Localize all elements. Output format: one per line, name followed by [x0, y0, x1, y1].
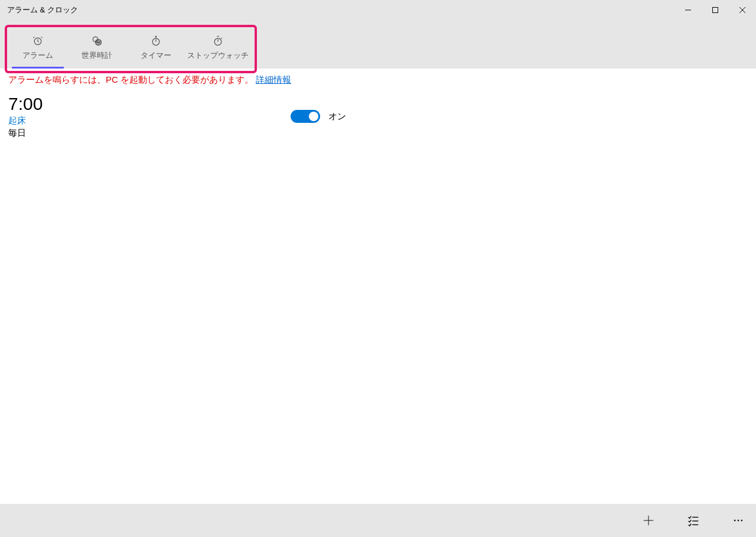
notice-text: アラームを鳴らすには、PC を起動しておく必要があります。	[8, 74, 253, 84]
checklist-icon	[687, 514, 700, 527]
bottom-bar	[0, 504, 756, 537]
more-options-button[interactable]	[726, 509, 750, 532]
alarm-toggle-group: オン	[291, 110, 346, 123]
svg-rect-1	[713, 8, 718, 13]
close-button[interactable]	[729, 0, 756, 20]
tab-bar: アラーム 世界時計 タイマー ストップウォッチ	[0, 20, 756, 69]
alarm-name: 起床	[8, 115, 43, 126]
add-alarm-button[interactable]	[637, 509, 660, 532]
alarm-repeat: 毎日	[8, 128, 43, 139]
close-icon	[739, 6, 746, 14]
world-clock-icon	[91, 35, 103, 47]
app-title: アラーム & クロック	[7, 5, 78, 15]
stopwatch-icon	[212, 35, 224, 47]
svg-point-16	[741, 520, 742, 521]
notice-banner: アラームを鳴らすには、PC を起動しておく必要があります。 詳細情報	[0, 69, 756, 88]
alarm-toggle[interactable]	[291, 110, 320, 123]
tab-stopwatch-label: ストップウォッチ	[187, 50, 249, 61]
svg-point-14	[734, 520, 735, 521]
titlebar: アラーム & クロック	[0, 0, 756, 20]
maximize-icon	[712, 6, 719, 14]
toggle-knob	[309, 112, 318, 121]
alarm-time: 7:00	[8, 94, 43, 114]
alarm-info: 7:00 起床 毎日	[8, 94, 43, 139]
timer-icon	[150, 35, 162, 47]
alarm-toggle-label: オン	[328, 111, 346, 122]
more-icon	[732, 515, 744, 526]
select-alarms-button[interactable]	[682, 509, 705, 532]
content-area: アラームを鳴らすには、PC を起動しておく必要があります。 詳細情報 7:00 …	[0, 69, 756, 504]
alarm-item[interactable]: 7:00 起床 毎日 オン	[0, 88, 756, 145]
window-controls	[674, 0, 756, 20]
tab-stopwatch[interactable]: ストップウォッチ	[185, 27, 250, 69]
minimize-icon	[685, 6, 692, 14]
minimize-button[interactable]	[674, 0, 702, 20]
alarm-clock-icon	[32, 35, 44, 47]
tab-alarm[interactable]: アラーム	[8, 27, 67, 69]
svg-point-15	[738, 520, 739, 521]
tab-timer-label: タイマー	[141, 50, 171, 61]
tab-world-clock[interactable]: 世界時計	[67, 27, 126, 69]
tab-timer[interactable]: タイマー	[126, 27, 185, 69]
tab-alarm-label: アラーム	[22, 50, 53, 61]
more-info-link[interactable]: 詳細情報	[256, 74, 291, 84]
maximize-button[interactable]	[702, 0, 729, 20]
tab-world-clock-label: 世界時計	[82, 50, 112, 61]
plus-icon	[642, 514, 655, 527]
